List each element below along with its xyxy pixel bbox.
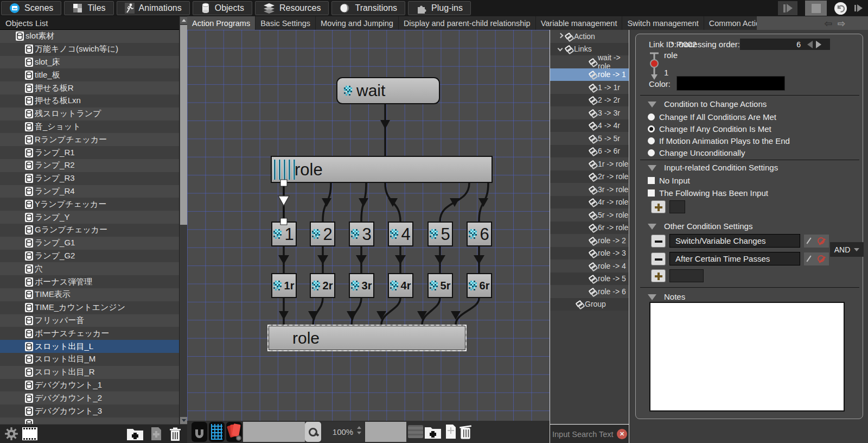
mode-transitions[interactable]: Transitions [331, 1, 405, 15]
chevron-icon[interactable] [582, 225, 587, 230]
chevron-icon[interactable] [582, 110, 587, 116]
action-node[interactable]: 3 [349, 221, 374, 246]
object-list-item[interactable]: ランプ_R1 [0, 146, 179, 159]
tab[interactable]: Action Programs [187, 16, 256, 30]
object-list-item[interactable]: スロット出目_R [0, 366, 179, 379]
object-list-item[interactable]: ボーナスチェッカー [0, 327, 179, 340]
action-node[interactable]: 1r [271, 273, 297, 298]
add-folder-icon[interactable] [424, 425, 442, 439]
input-slot-box[interactable] [669, 200, 685, 213]
object-list-item[interactable]: ランプ_G2 [0, 250, 179, 263]
link-tree-row[interactable]: role -> 1 [550, 68, 629, 81]
object-list-item[interactable]: ランプ_Y [0, 211, 179, 224]
link-tree-row[interactable]: 6 -> 6r [550, 145, 629, 158]
object-list-item[interactable]: Gランプチェッカー [0, 224, 179, 237]
action-node[interactable]: wait [336, 77, 440, 104]
object-list-item[interactable]: TIME表示 [0, 288, 179, 301]
link-tree-row[interactable]: 3r -> role [550, 183, 629, 196]
action-node[interactable]: 5 [427, 221, 453, 246]
clear-search-icon[interactable]: ✕ [617, 429, 627, 439]
object-list-item[interactable]: ランプ_R2 [0, 159, 179, 172]
chevron-icon[interactable] [582, 199, 587, 205]
mode-resources[interactable]: Resources [255, 1, 329, 15]
chevron-icon[interactable] [582, 161, 587, 167]
chevron-icon[interactable] [582, 212, 587, 218]
link-tree-row[interactable]: 5r -> role [550, 208, 629, 221]
condition-option[interactable]: Change Unconditionally [648, 147, 790, 159]
chevron-icon[interactable] [582, 289, 587, 294]
add-folder-icon[interactable] [126, 427, 144, 441]
object-list-item[interactable]: ボーナス弾管理 [0, 275, 179, 288]
chevron-icon[interactable] [582, 174, 587, 179]
link-tree-row[interactable]: 4r -> role [550, 196, 629, 209]
object-list-item[interactable]: 穴 [0, 262, 179, 275]
object-list-item[interactable]: デバグカウント_3 [0, 404, 179, 417]
action-node[interactable]: 2 [310, 221, 335, 246]
scroll-down-icon[interactable] [180, 417, 187, 424]
link-tree-row[interactable]: role -> 2 [550, 234, 629, 247]
disable-icon[interactable] [818, 255, 825, 262]
link-tree-row[interactable]: 2 -> 2r [550, 94, 629, 107]
checkbox-icon[interactable] [648, 177, 655, 184]
step-play-button[interactable] [778, 1, 797, 15]
mode-plugins[interactable]: Plug-ins [408, 1, 471, 15]
radio-icon[interactable] [648, 137, 655, 144]
chevron-icon[interactable] [582, 85, 587, 90]
order-prev-icon[interactable] [807, 41, 813, 48]
object-list-item[interactable]: スロット出目_M [0, 353, 179, 366]
tab-nav-left-icon[interactable]: ⇦ [825, 19, 832, 28]
chevron-icon[interactable] [569, 301, 574, 307]
link-tree-row[interactable]: 4 -> 4r [550, 119, 629, 132]
object-list-item[interactable]: ランプ_G1 [0, 237, 179, 250]
object-list-item[interactable]: 押せる板Lxn [0, 94, 179, 107]
mode-objects[interactable]: Objects [193, 1, 252, 15]
undo-button[interactable] [834, 2, 847, 15]
action-program-canvas[interactable]: wait role 1 2 3 4 [187, 30, 550, 421]
disable-icon[interactable] [818, 237, 825, 244]
input-checkbox-row[interactable]: The Following Has Been Input [648, 187, 768, 199]
action-node[interactable]: 6 [467, 221, 492, 246]
edit-pencil-icon[interactable] [806, 256, 811, 262]
zoom-tool-button[interactable] [305, 422, 321, 442]
object-list-item[interactable]: TIME_カウントエンジン [0, 301, 179, 314]
link-tree-row[interactable]: 3 -> 3r [550, 106, 629, 119]
tab[interactable]: Display and parent-child relationship [399, 16, 536, 30]
chevron-icon[interactable] [582, 187, 587, 192]
section-collapse-icon[interactable] [648, 294, 656, 300]
condition-option[interactable]: Change If Any Condition Is Met [648, 123, 790, 135]
tab[interactable]: Switch management [622, 16, 704, 30]
link-tree-row[interactable]: wait -> role [550, 55, 629, 68]
section-collapse-icon[interactable] [648, 165, 656, 171]
condition-slot-box[interactable] [669, 269, 704, 282]
tab[interactable]: Moving and Jumping [316, 16, 399, 30]
scroll-up-icon[interactable] [180, 17, 187, 24]
object-list-item[interactable]: slot_床 [0, 56, 179, 69]
drag-mode-button[interactable] [226, 422, 242, 442]
action-node[interactable]: 4 [388, 221, 413, 246]
trash-icon[interactable] [458, 423, 473, 440]
action-node[interactable]: 4r [388, 273, 413, 298]
chevron-icon[interactable] [582, 123, 587, 128]
object-list-item[interactable]: デバグカウント_2 [0, 391, 179, 404]
combiner-dropdown[interactable]: AND [830, 242, 864, 257]
chevron-icon[interactable] [582, 276, 587, 281]
add-input-button[interactable] [651, 200, 666, 213]
object-list-item[interactable]: 万能キノコ(swich等に) [0, 43, 179, 56]
link-tree-row[interactable]: 2r -> role [550, 170, 629, 183]
radio-icon[interactable] [648, 113, 655, 121]
object-list-item[interactable]: デバグカウント_1 [0, 379, 179, 392]
action-node[interactable]: role [271, 156, 493, 183]
chevron-icon[interactable] [582, 136, 587, 141]
add-condition-button[interactable] [651, 269, 666, 282]
section-collapse-icon[interactable] [648, 102, 656, 107]
settings-gear-icon[interactable] [4, 427, 18, 441]
object-list-item[interactable]: ランプ_R4 [0, 185, 179, 198]
section-collapse-icon[interactable] [648, 224, 656, 230]
link-tree-row[interactable]: 6r -> role [550, 221, 629, 235]
chevron-icon[interactable] [582, 263, 587, 269]
stop-button[interactable] [805, 1, 827, 16]
object-list-item[interactable] [0, 417, 179, 424]
chevron-icon[interactable] [558, 46, 563, 52]
search-input[interactable] [550, 430, 617, 439]
notes-textarea[interactable] [649, 302, 845, 412]
